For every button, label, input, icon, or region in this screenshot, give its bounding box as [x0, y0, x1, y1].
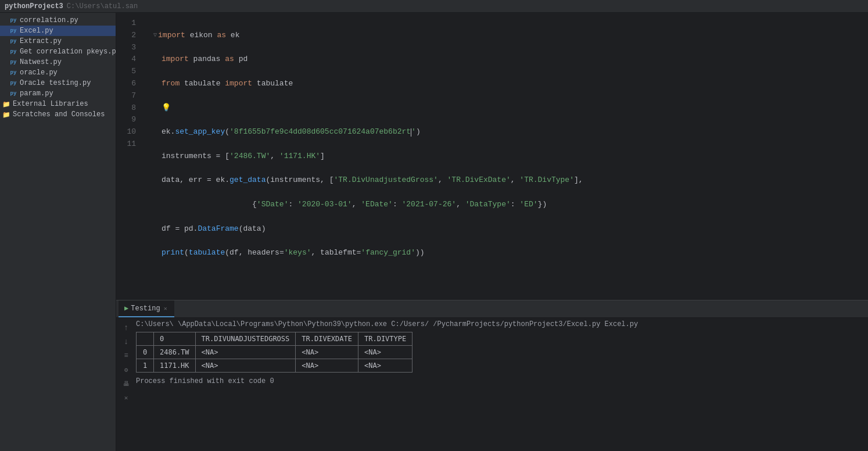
- table-header-empty: [137, 332, 154, 346]
- table-header-0: 0: [154, 332, 196, 346]
- sidebar: py correlation.py py Excel.py py Extract…: [0, 13, 116, 451]
- sidebar-item-param[interactable]: py param.py: [0, 88, 116, 99]
- scroll-up-button[interactable]: ↑: [121, 323, 131, 333]
- table-cell-gross-1: <NA>: [195, 359, 296, 373]
- terminal-output: C:\Users\ \AppData\Local\Programs\Python…: [134, 320, 863, 449]
- table-cell-ticker-1: 1171.HK: [154, 359, 196, 373]
- py-icon: py: [9, 37, 17, 45]
- folder-icon: 📁: [2, 110, 10, 119]
- code-line-7: data, err = ek.get_data(instruments, ['T…: [153, 174, 868, 187]
- close-button[interactable]: ✕: [121, 392, 131, 403]
- py-icon: py: [9, 90, 17, 98]
- code-line-8: {'SDate': '2020-03-01', 'EDate': '2021-0…: [153, 199, 868, 211]
- folder-icon: 📁: [2, 100, 10, 108]
- table-cell-rownum-0: 0: [137, 346, 154, 359]
- code-line-10: print(tabulate(df, headers='keys', table…: [153, 247, 868, 259]
- code-line-6: instruments = ['2486.TW', '1171.HK']: [153, 151, 868, 163]
- sidebar-label: Scratches and Consoles: [13, 110, 105, 119]
- sidebar-item-getcorrelation[interactable]: py Get correlation pkeys.py: [0, 46, 116, 57]
- clear-button[interactable]: ≡: [121, 350, 131, 361]
- sidebar-label: param.py: [20, 90, 53, 98]
- gutter-fold: [139, 13, 146, 300]
- sidebar-item-natwest[interactable]: py Natwest.py: [0, 57, 116, 67]
- code-line-3: from tabulate import tabulate: [153, 78, 868, 90]
- sidebar-label: Oracle testing.py: [20, 79, 91, 87]
- code-content[interactable]: ▽import eikon as ek import pandas as pd …: [146, 13, 868, 300]
- sidebar-item-oracletesting[interactable]: py Oracle testing.py: [0, 78, 116, 88]
- sidebar-item-external[interactable]: 📁 External Libraries: [0, 99, 116, 109]
- table-header-row: 0 TR.DIVUNADJUSTEDGROSS TR.DIVEXDATE TR.…: [137, 332, 413, 346]
- sidebar-label: oracle.py: [20, 69, 58, 77]
- bulb-icon: 💡: [162, 102, 171, 114]
- sidebar-label: External Libraries: [13, 100, 88, 108]
- table-cell-ticker-0: 2486.TW: [154, 346, 196, 359]
- sidebar-item-scratches[interactable]: 📁 Scratches and Consoles: [0, 109, 116, 120]
- scroll-down-button[interactable]: ↓: [121, 337, 131, 347]
- sidebar-label: Natwest.py: [20, 58, 62, 66]
- fold-arrow[interactable]: ▽: [153, 31, 157, 40]
- table-header-divtype: TR.DIVTYPE: [358, 332, 413, 346]
- print-button[interactable]: 🖶: [121, 378, 131, 389]
- table-cell-exdate-0: <NA>: [296, 346, 358, 359]
- tab-close-icon[interactable]: ✕: [163, 305, 168, 312]
- terminal-table: 0 TR.DIVUNADJUSTEDGROSS TR.DIVEXDATE TR.…: [136, 332, 413, 373]
- table-cell-exdate-1: <NA>: [296, 359, 358, 373]
- line-numbers: 1 2 3 4 5 6 7 8 9 10 11: [116, 13, 139, 300]
- terminal-command: C:\Users\ \AppData\Local\Programs\Python…: [136, 320, 863, 328]
- table-cell-type-1: <NA>: [358, 359, 413, 373]
- py-icon: py: [9, 79, 17, 87]
- py-icon: py: [9, 48, 17, 56]
- editor-area: 1 2 3 4 5 6 7 8 9 10 11 ▽import eikon as…: [116, 13, 868, 451]
- code-line-5: ek.set_app_key('8f1655b7fe9c4dd08d605cc0…: [153, 126, 868, 138]
- run-icon: ▶: [124, 304, 128, 313]
- table-row: 1 1171.HK <NA> <NA> <NA>: [137, 359, 413, 373]
- sidebar-label: Excel.py: [20, 27, 53, 35]
- code-line-2: import pandas as pd: [153, 53, 868, 66]
- code-line-4: 💡: [153, 102, 868, 114]
- bottom-panel: ▶ Testing ✕ ↑ ↓ ≡ ⚙ 🖶 ✕ C:\Users\ \AppDa…: [116, 300, 868, 451]
- code-line-9: df = pd.DataFrame(data): [153, 223, 868, 235]
- sidebar-label: Extract.py: [20, 37, 62, 45]
- terminal-content: ↑ ↓ ≡ ⚙ 🖶 ✕ C:\Users\ \AppData\Local\Pro…: [116, 318, 868, 451]
- table-cell-type-0: <NA>: [358, 346, 413, 359]
- py-icon: py: [9, 16, 17, 24]
- py-icon: py: [9, 69, 17, 77]
- main-area: py correlation.py py Excel.py py Extract…: [0, 13, 868, 451]
- tab-label: Testing: [131, 305, 160, 313]
- py-icon: py: [9, 27, 17, 35]
- py-icon: py: [9, 58, 17, 66]
- tab-testing[interactable]: ▶ Testing ✕: [119, 300, 174, 317]
- code-line-1: ▽import eikon as ek: [153, 30, 868, 42]
- terminal-left-buttons: ↑ ↓ ≡ ⚙ 🖶 ✕: [121, 320, 134, 449]
- sidebar-item-excel[interactable]: py Excel.py: [0, 26, 116, 36]
- code-editor: 1 2 3 4 5 6 7 8 9 10 11 ▽import eikon as…: [116, 13, 868, 300]
- project-name: pythonProject3: [5, 2, 63, 10]
- table-cell-rownum-1: 1: [137, 359, 154, 373]
- sidebar-label: Get correlation pkeys.py: [20, 48, 116, 56]
- terminal-exit-message: Process finished with exit code 0: [136, 377, 863, 385]
- table-row: 0 2486.TW <NA> <NA> <NA>: [137, 346, 413, 359]
- bottom-tabs: ▶ Testing ✕: [116, 300, 868, 318]
- sidebar-item-extract[interactable]: py Extract.py: [0, 36, 116, 46]
- settings-button[interactable]: ⚙: [121, 364, 131, 375]
- top-bar: pythonProject3 C:\Users\atul.san: [0, 0, 868, 13]
- sidebar-item-correlation[interactable]: py correlation.py: [0, 15, 116, 26]
- project-path: C:\Users\atul.san: [67, 2, 138, 10]
- table-cell-gross-0: <NA>: [195, 346, 296, 359]
- sidebar-item-oracle[interactable]: py oracle.py: [0, 67, 116, 78]
- table-header-divunadjustedgross: TR.DIVUNADJUSTEDGROSS: [195, 332, 296, 346]
- table-header-divexdate: TR.DIVEXDATE: [296, 332, 358, 346]
- sidebar-label: correlation.py: [20, 16, 78, 24]
